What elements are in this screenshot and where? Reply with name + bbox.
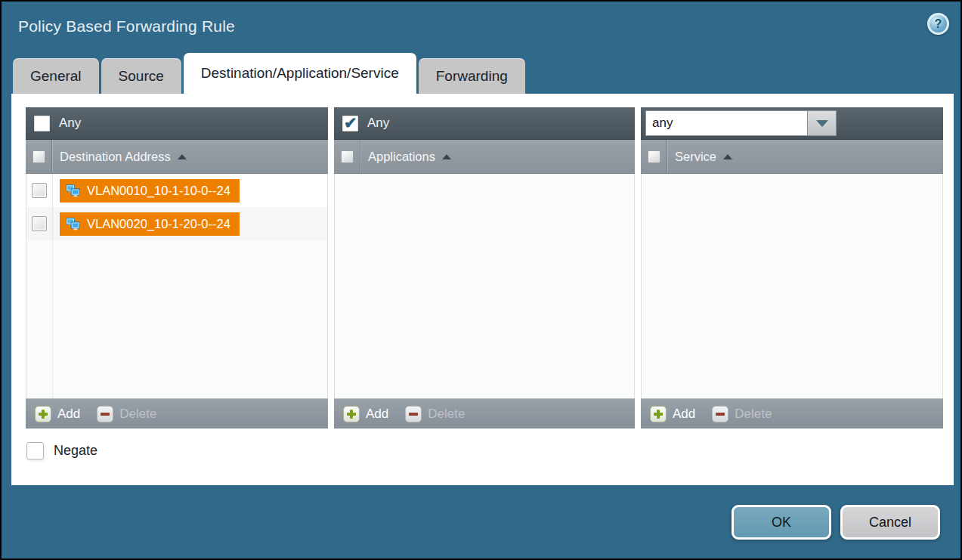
negate-checkbox[interactable] bbox=[26, 442, 44, 459]
sort-asc-icon bbox=[442, 154, 451, 159]
table-row[interactable]: VLAN0020_10-1-20-0--24 bbox=[26, 207, 327, 240]
applications-any-checkbox[interactable] bbox=[342, 116, 358, 131]
add-button[interactable]: Add bbox=[35, 406, 80, 422]
destination-column-header: Destination Address bbox=[26, 140, 328, 174]
service-dropdown-bar bbox=[641, 107, 943, 140]
negate-control: Negate bbox=[26, 442, 97, 459]
destination-any-label: Any bbox=[59, 116, 81, 131]
pbf-rule-dialog: Policy Based Forwarding Rule ? General S… bbox=[2, 2, 960, 558]
tab-forwarding[interactable]: Forwarding bbox=[419, 58, 525, 94]
service-column-header: Service bbox=[641, 140, 943, 174]
applications-column-sort[interactable]: Applications bbox=[360, 150, 451, 164]
service-toolbar: Add Delete bbox=[641, 398, 943, 429]
tab-source[interactable]: Source bbox=[101, 58, 181, 94]
minus-icon bbox=[97, 406, 113, 422]
cancel-button[interactable]: Cancel bbox=[840, 505, 940, 540]
destination-any-checkbox[interactable] bbox=[34, 116, 50, 131]
dialog-titlebar: Policy Based Forwarding Rule ? bbox=[2, 2, 960, 53]
tab-content: Any Destination Address bbox=[11, 94, 954, 485]
destination-address-list: VLAN0010_10-1-10-0--24 bbox=[26, 174, 328, 398]
delete-button[interactable]: Delete bbox=[712, 406, 772, 422]
destination-any-bar: Any bbox=[26, 107, 328, 140]
tab-general[interactable]: General bbox=[13, 58, 99, 94]
destination-column-sort[interactable]: Destination Address bbox=[52, 150, 187, 164]
row-checkbox[interactable] bbox=[32, 216, 47, 231]
destination-address-item[interactable]: VLAN0010_10-1-10-0--24 bbox=[60, 179, 240, 203]
applications-select-all-checkbox[interactable] bbox=[341, 150, 354, 163]
address-group-icon bbox=[65, 216, 81, 232]
row-checkbox[interactable] bbox=[32, 183, 47, 198]
service-panel: Service Add Delete bbox=[641, 107, 943, 429]
destination-select-all-checkbox[interactable] bbox=[32, 150, 45, 163]
service-select-all-checkbox[interactable] bbox=[648, 150, 660, 163]
destination-toolbar: Add Delete bbox=[26, 398, 328, 429]
service-dropdown-button[interactable] bbox=[808, 110, 837, 136]
service-dropdown-input[interactable] bbox=[645, 110, 808, 136]
address-group-icon bbox=[65, 183, 81, 199]
plus-icon bbox=[343, 406, 360, 422]
help-icon[interactable]: ? bbox=[927, 13, 949, 35]
applications-toolbar: Add Delete bbox=[334, 398, 635, 429]
service-column-sort[interactable]: Service bbox=[667, 150, 732, 164]
table-row[interactable]: VLAN0010_10-1-10-0--24 bbox=[26, 174, 327, 207]
applications-column-header: Applications bbox=[334, 140, 635, 174]
ok-button[interactable]: OK bbox=[732, 505, 831, 540]
sort-asc-icon bbox=[723, 154, 732, 159]
applications-list bbox=[334, 174, 635, 398]
add-button[interactable]: Add bbox=[343, 406, 388, 422]
delete-button[interactable]: Delete bbox=[405, 406, 465, 422]
minus-icon bbox=[712, 406, 728, 422]
tab-bar: General Source Destination/Application/S… bbox=[13, 53, 525, 94]
tab-destination-application-service[interactable]: Destination/Application/Service bbox=[184, 53, 416, 94]
plus-icon bbox=[650, 406, 667, 422]
applications-any-label: Any bbox=[367, 116, 389, 131]
dialog-title: Policy Based Forwarding Rule bbox=[18, 17, 235, 36]
delete-button[interactable]: Delete bbox=[97, 406, 156, 422]
plus-icon bbox=[35, 406, 51, 422]
chevron-down-icon bbox=[816, 120, 828, 127]
sort-asc-icon bbox=[178, 154, 187, 159]
destination-address-item[interactable]: VLAN0020_10-1-20-0--24 bbox=[60, 212, 240, 236]
applications-panel: Any Applications Add Delete bbox=[334, 107, 635, 429]
applications-any-bar: Any bbox=[334, 107, 635, 140]
destination-address-panel: Any Destination Address bbox=[26, 107, 328, 429]
minus-icon bbox=[405, 406, 422, 422]
service-list bbox=[641, 174, 943, 398]
service-combo bbox=[645, 110, 837, 136]
negate-label: Negate bbox=[54, 443, 97, 459]
add-button[interactable]: Add bbox=[650, 406, 695, 422]
